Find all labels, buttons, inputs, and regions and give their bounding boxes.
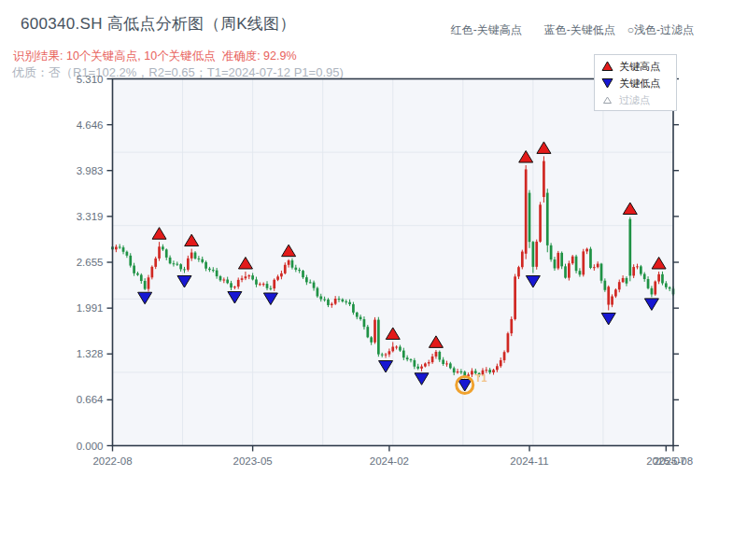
candle-body <box>488 370 491 372</box>
y-tick-label: 1.328 <box>77 348 104 359</box>
candle-body <box>604 281 607 290</box>
candle-body <box>618 282 621 289</box>
candle-body <box>363 319 366 327</box>
candle-body <box>657 274 660 282</box>
candle-body <box>356 313 359 317</box>
candle-body <box>126 252 129 256</box>
candle-body <box>424 363 427 366</box>
candle-body <box>374 320 376 343</box>
candle-body <box>453 368 456 372</box>
y-tick-label: 0.664 <box>77 394 104 405</box>
candle-body <box>514 276 516 319</box>
candle-body <box>241 278 244 280</box>
candle-body <box>201 259 204 262</box>
t1-highlight-label: T1 <box>475 372 487 384</box>
candle-body <box>251 275 254 279</box>
candle-body <box>294 268 297 270</box>
candle-body <box>266 284 269 288</box>
candle-body <box>276 276 279 279</box>
candle-body <box>575 257 578 271</box>
candle-body <box>460 371 463 372</box>
candle-body <box>280 273 283 276</box>
candle-body <box>564 266 567 277</box>
candle-body <box>503 352 506 360</box>
legend-item-filter: 过滤点 <box>595 91 676 108</box>
x-tick-label: 2023-05 <box>233 455 273 467</box>
candle-body <box>525 169 528 253</box>
candle-body <box>334 299 337 304</box>
candle-body <box>226 280 229 284</box>
candle-body <box>345 301 347 302</box>
candle-body <box>259 284 261 285</box>
candle-body <box>399 347 402 351</box>
candle-body <box>319 296 322 299</box>
candle-body <box>640 266 642 273</box>
y-tick-label: 5.310 <box>77 74 104 85</box>
candle-body <box>291 260 294 268</box>
candle-body <box>471 371 473 374</box>
legend-key-high-label: 关键高点 <box>619 60 660 74</box>
candle-body <box>154 259 157 267</box>
candle-body <box>546 193 549 245</box>
candle-body <box>150 267 153 277</box>
candle-body <box>119 246 121 247</box>
candle-body <box>557 253 559 269</box>
candle-body <box>535 242 538 267</box>
candle-body <box>413 360 416 367</box>
candle-body <box>381 355 384 356</box>
candle-body <box>230 283 233 287</box>
candle-body <box>377 320 380 355</box>
legend-item-key-low: 关键低点 <box>595 75 676 91</box>
legend-key-low-label: 关键低点 <box>619 77 660 91</box>
candle-body <box>402 351 405 358</box>
candle-body <box>233 287 236 287</box>
triangle-down-blue-icon <box>601 77 613 89</box>
x-tick-label: 2024-11 <box>510 455 548 467</box>
candle-body <box>122 247 125 252</box>
candle-body <box>550 245 553 259</box>
candle-body <box>176 264 178 265</box>
y-tick-label: 3.319 <box>77 211 104 222</box>
candle-body <box>600 264 603 281</box>
candle-body <box>636 266 639 267</box>
candle-body <box>270 288 273 289</box>
candle-body <box>560 253 563 266</box>
candle-body <box>614 289 617 296</box>
candle-body <box>370 337 373 342</box>
y-tick-label: 1.991 <box>77 302 104 314</box>
candle-body <box>571 257 574 263</box>
candle-body <box>204 262 207 269</box>
candle-body <box>568 263 571 277</box>
candle-body <box>317 288 319 297</box>
candle-body <box>162 246 164 249</box>
candle-body <box>129 256 132 266</box>
candle-body <box>626 278 628 284</box>
candle-body <box>628 219 631 276</box>
candle-body <box>431 357 434 362</box>
candle-body <box>165 249 168 258</box>
candle-body <box>313 283 316 288</box>
candle-body <box>136 273 139 275</box>
candle-body <box>388 351 391 354</box>
candle-body <box>589 249 592 268</box>
candle-body <box>607 287 610 304</box>
candle-body <box>208 269 211 270</box>
triangle-ghost-icon <box>601 94 613 105</box>
candle-body <box>309 282 312 283</box>
candle-body <box>298 270 301 271</box>
candle-body <box>187 259 190 270</box>
candle-body <box>654 282 656 295</box>
candle-body <box>194 253 197 259</box>
candle-body <box>331 304 333 305</box>
x-tick-label: 2022-08 <box>92 455 132 467</box>
candle-body <box>669 287 671 289</box>
candle-body <box>169 258 172 263</box>
candle-body <box>144 281 147 289</box>
x-tick-label: 2025-08 <box>654 455 693 467</box>
candle-body <box>445 363 448 364</box>
y-tick-label: 4.646 <box>77 119 104 131</box>
candle-body <box>579 271 582 274</box>
candle-body <box>395 347 398 348</box>
candle-body <box>255 279 258 284</box>
candle-body <box>643 274 646 279</box>
